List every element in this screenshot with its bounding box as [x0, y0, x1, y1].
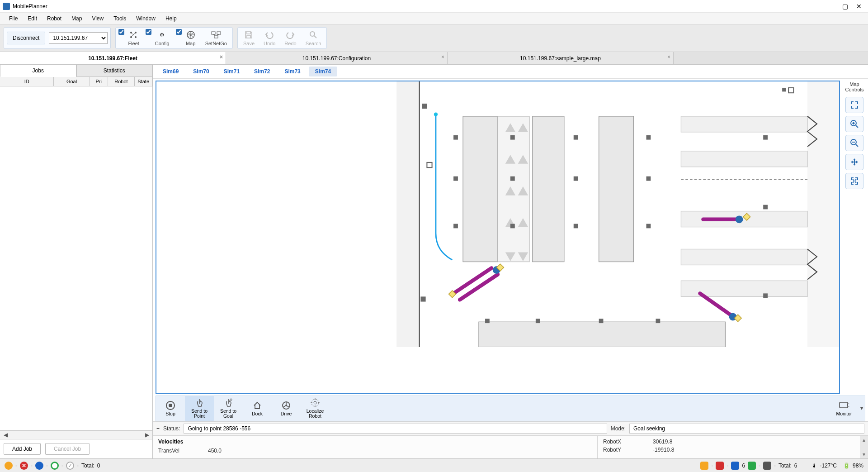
close-icon[interactable]: × — [667, 54, 670, 60]
doc-tab-config[interactable]: 10.151.199.67:Configuration × — [226, 52, 448, 64]
fit-button[interactable] — [845, 97, 863, 113]
menu-edit[interactable]: Edit — [23, 14, 42, 23]
fleet-badge-grey[interactable] — [763, 462, 771, 470]
action-bar: Stop Send to Point Send to Goal Dock Dri… — [156, 396, 865, 421]
close-icon[interactable]: ✕ — [856, 3, 862, 10]
svg-rect-29 — [510, 135, 515, 140]
redo-button[interactable]: Redo — [282, 29, 299, 47]
monitor-button[interactable]: Monitor — [830, 396, 859, 421]
col-pri[interactable]: Pri — [90, 77, 108, 86]
pan-button[interactable] — [845, 154, 863, 170]
svg-rect-24 — [427, 162, 432, 167]
status-dot-blue[interactable] — [35, 462, 43, 470]
scroll-down-icon[interactable]: ▾ — [863, 451, 865, 458]
expand-status-button[interactable]: + — [156, 425, 160, 432]
ip-select[interactable]: 10.151.199.67 — [49, 32, 108, 44]
menu-file[interactable]: File — [5, 14, 22, 23]
scroll-up-icon[interactable]: ▴ — [863, 437, 865, 443]
stop-button[interactable]: Stop — [156, 396, 185, 421]
app-title: MobilePlanner — [13, 3, 828, 10]
search-button[interactable]: Search — [303, 29, 324, 47]
total-right-label: Total: — [778, 462, 792, 469]
status-dot-green[interactable] — [51, 462, 59, 470]
svg-rect-30 — [510, 176, 515, 181]
setnetgo-button[interactable]: SetNetGo — [203, 29, 230, 47]
status-dot-orange[interactable] — [5, 462, 13, 470]
svg-rect-34 — [574, 224, 578, 229]
menu-help[interactable]: Help — [161, 14, 181, 23]
map-viewport[interactable] — [156, 81, 840, 394]
map-checkbox[interactable] — [176, 29, 182, 35]
status-dot-red[interactable]: ✕ — [20, 462, 28, 470]
drive-button[interactable]: Drive — [272, 396, 301, 421]
sim-tab[interactable]: Sim72 — [248, 67, 276, 76]
zoom-in-button[interactable] — [845, 116, 863, 132]
chevron-down-icon[interactable]: ▾ — [859, 396, 865, 421]
menu-robot[interactable]: Robot — [42, 14, 66, 23]
minimize-icon[interactable]: — — [828, 3, 834, 10]
jobs-table-header: ID Goal Pri Robot State — [0, 77, 152, 86]
sim-tabs: Sim69 Sim70 Sim71 Sim72 Sim73 Sim74 — [153, 65, 868, 79]
undo-button[interactable]: Undo — [261, 29, 278, 47]
menu-tools[interactable]: Tools — [109, 14, 131, 23]
col-state[interactable]: State — [135, 77, 152, 86]
fleet-badge-red[interactable] — [716, 462, 724, 470]
send-to-goal-button[interactable]: Send to Goal — [214, 396, 243, 421]
cancel-job-button[interactable]: Cancel Job — [45, 443, 90, 455]
fleet-badge-orange[interactable] — [700, 462, 708, 470]
mode-value: Goal seeking — [629, 424, 864, 434]
svg-rect-7 — [214, 35, 218, 38]
doc-tab-map[interactable]: 10.151.199.67:sample_large.map × — [448, 52, 674, 64]
scroll-left-icon[interactable]: ◀ — [2, 432, 9, 438]
sim-tab[interactable]: Sim73 — [278, 67, 307, 76]
transvel-value: 450.0 — [208, 448, 222, 454]
svg-rect-36 — [646, 176, 651, 181]
col-robot[interactable]: Robot — [108, 77, 135, 86]
dock-button[interactable]: Dock — [243, 396, 272, 421]
svg-rect-41 — [656, 319, 660, 323]
total-left-label: Total: — [81, 462, 94, 469]
fleet-button[interactable]: Fleet — [125, 29, 142, 47]
send-to-point-button[interactable]: Send to Point — [185, 396, 214, 421]
mode-label: Mode: — [611, 425, 626, 432]
menu-window[interactable]: Window — [132, 14, 160, 23]
tab-jobs[interactable]: Jobs — [0, 65, 76, 77]
col-goal[interactable]: Goal — [54, 77, 90, 86]
scroll-right-icon[interactable]: ▶ — [143, 432, 151, 438]
zoom-out-button[interactable] — [845, 135, 863, 151]
close-icon[interactable]: × — [220, 54, 223, 60]
center-button[interactable] — [845, 173, 863, 189]
sim-tab[interactable]: Sim69 — [156, 67, 185, 76]
zoom-out-icon — [850, 138, 859, 148]
menu-view[interactable]: View — [87, 14, 108, 23]
save-button[interactable]: Save — [241, 29, 257, 47]
svg-point-51 — [736, 215, 743, 223]
localize-button[interactable]: Localize Robot — [301, 396, 330, 421]
map-button[interactable]: Map — [183, 29, 199, 47]
col-id[interactable]: ID — [0, 77, 54, 86]
fleet-badge-blue[interactable] — [731, 462, 739, 470]
disconnect-button[interactable]: Disconnect — [7, 32, 45, 44]
jobs-scrollbar[interactable]: ◀ ▶ — [0, 430, 152, 439]
sim-tab[interactable]: Sim71 — [217, 67, 246, 76]
status-dot-check[interactable]: ✓ — [66, 462, 74, 470]
maximize-icon[interactable]: ▢ — [842, 3, 848, 10]
fleet-checkbox[interactable] — [118, 29, 124, 35]
doc-tab-label: 10.151.199.67:Fleet — [88, 55, 137, 62]
sim-tab[interactable]: Sim74 — [309, 67, 337, 76]
doc-tab-fleet[interactable]: 10.151.199.67:Fleet × — [0, 52, 226, 64]
fleet-badge-green[interactable] — [748, 462, 756, 470]
sim-tab[interactable]: Sim70 — [187, 67, 215, 76]
tab-statistics[interactable]: Statistics — [76, 65, 153, 77]
menu-map[interactable]: Map — [67, 14, 86, 23]
svg-rect-27 — [453, 176, 458, 181]
config-checkbox[interactable] — [146, 29, 151, 35]
svg-rect-46 — [782, 88, 786, 91]
add-job-button[interactable]: Add Job — [4, 443, 41, 455]
svg-rect-26 — [453, 135, 458, 140]
status-row: + Status: Going to point 28586 -556 Mode… — [153, 421, 868, 435]
config-button[interactable]: ⚙ Config — [152, 29, 172, 47]
robotx-label: RobotX — [603, 439, 639, 445]
close-icon[interactable]: × — [441, 54, 444, 60]
menubar: File Edit Robot Map View Tools Window He… — [0, 13, 868, 24]
